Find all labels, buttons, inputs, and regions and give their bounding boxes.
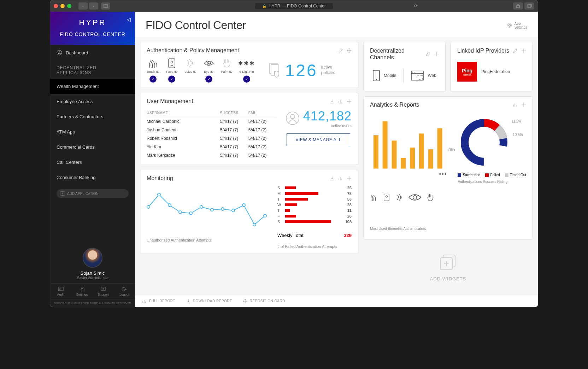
table-row[interactable]: Robert Rodshild5/4/17 (7)5/4/17 (2) xyxy=(147,134,277,143)
full-report-button[interactable]: FULL REPORT xyxy=(142,299,175,304)
sidebar-item-consumer[interactable]: Consumer Banking xyxy=(50,170,135,185)
audit-button[interactable]: Audit xyxy=(50,284,71,299)
move-icon[interactable] xyxy=(521,102,526,107)
view-manage-button[interactable]: VIEW & MANAGE ALL xyxy=(287,133,350,146)
sidebar-heading: DECENTRALIZED APPLICATIONS xyxy=(50,60,135,79)
app-settings-button[interactable]: App Settings xyxy=(507,22,527,29)
svg-point-26 xyxy=(189,212,192,215)
minimize-icon[interactable] xyxy=(60,4,65,8)
svg-point-27 xyxy=(200,206,203,208)
channels-card: Decentralized Channels Mobile xyxy=(363,42,446,91)
download-report-button[interactable]: DOWNLOAD REPORT xyxy=(186,299,232,304)
brand-logo: HYPR xyxy=(50,18,135,27)
users-label: active users xyxy=(303,124,352,128)
edit-icon[interactable] xyxy=(425,52,430,56)
app-window: ‹ › 🔒 HYPR — FIDO Control Center ⟳ + HYP… xyxy=(50,0,538,307)
svg-point-33 xyxy=(264,214,266,217)
more-icon[interactable]: ••• xyxy=(439,171,447,224)
chart-icon[interactable] xyxy=(338,99,343,104)
add-widgets-icon xyxy=(438,253,458,273)
add-widgets-button[interactable]: ADD WIDGETS xyxy=(363,244,533,290)
titlebar: ‹ › 🔒 HYPR — FIDO Control Center ⟳ + xyxy=(50,0,538,12)
add-tab-button[interactable]: + xyxy=(533,3,536,9)
download-icon[interactable] xyxy=(330,99,335,104)
back-button[interactable]: ‹ xyxy=(78,2,88,10)
auth-method-6-digit-pin[interactable]: ✱✱✱6 Digit Pin✓ xyxy=(240,58,254,83)
sidebar-item-wealth[interactable]: Wealth Management xyxy=(50,79,135,94)
svg-rect-41 xyxy=(374,136,378,169)
support-button[interactable]: ?Support xyxy=(93,284,114,299)
svg-rect-47 xyxy=(428,149,433,169)
svg-rect-43 xyxy=(392,141,397,168)
auth-method-voice-id[interactable]: Voice ID xyxy=(184,58,196,83)
maximize-icon[interactable] xyxy=(67,4,71,8)
svg-point-32 xyxy=(253,223,256,226)
move-icon xyxy=(243,299,248,304)
reposition-card-button[interactable]: REPOSITION CARD xyxy=(243,299,285,304)
auth-method-touch-id[interactable]: Touch ID✓ xyxy=(147,58,159,83)
lock-icon: 🔒 xyxy=(262,4,266,8)
auth-method-palm-id[interactable]: Palm ID xyxy=(221,58,233,83)
move-icon[interactable] xyxy=(521,48,526,53)
move-icon[interactable] xyxy=(347,99,352,104)
table-row[interactable]: Yin Kim5/4/17 (7)5/4/17 (2) xyxy=(147,143,277,151)
table-row[interactable]: Joshua Content5/4/17 (7)5/4/17 (2) xyxy=(147,126,277,134)
channel-mobile[interactable]: Mobile xyxy=(372,70,396,82)
donut-chart: 78% 11.5% 10.5% xyxy=(458,116,511,169)
add-application-button[interactable]: + ADD APPLICATION xyxy=(57,189,129,198)
svg-point-22 xyxy=(147,206,150,208)
sidebar-item-atm[interactable]: ATM App xyxy=(50,124,135,139)
svg-rect-45 xyxy=(410,148,415,169)
download-icon[interactable] xyxy=(330,176,335,181)
auth-method-face-id[interactable]: Face ID✓ xyxy=(166,58,178,83)
chart-icon[interactable] xyxy=(513,102,518,107)
user-profile[interactable]: Bojan Simic Master Administrator xyxy=(50,244,135,283)
card-title: Decentralized Channels xyxy=(370,47,425,61)
logout-button[interactable]: Logout xyxy=(114,284,135,299)
svg-point-23 xyxy=(158,193,160,196)
sidebar-toggle-button[interactable] xyxy=(101,2,110,10)
move-icon[interactable] xyxy=(347,48,352,53)
bars-caption: Most Used Biometric Authenticators xyxy=(370,227,447,231)
share-button[interactable] xyxy=(513,2,523,10)
footer-bar: FULL REPORT DOWNLOAD REPORT REPOSITION C… xyxy=(135,295,538,307)
chart-icon[interactable] xyxy=(338,176,343,181)
user-management-card: User Management USERNAME xyxy=(140,93,358,165)
address-bar[interactable]: 🔒 HYPR — FIDO Control Center xyxy=(255,3,333,9)
edit-icon[interactable] xyxy=(513,48,518,53)
forward-button[interactable]: › xyxy=(89,2,98,10)
move-icon[interactable] xyxy=(347,176,352,181)
svg-point-29 xyxy=(221,208,224,210)
reload-icon[interactable]: ⟳ xyxy=(414,4,418,8)
close-icon[interactable] xyxy=(54,4,58,8)
collapse-sidebar-icon[interactable]: ◁ xyxy=(127,17,131,22)
sidebar-item-dashboard[interactable]: Dashboard xyxy=(50,45,135,60)
divider xyxy=(403,69,404,83)
svg-rect-36 xyxy=(411,71,423,80)
brand-header: HYPR FIDO CONTROL CENTER ◁ xyxy=(50,12,135,45)
settings-button[interactable]: Settings xyxy=(71,284,93,299)
eye-icon xyxy=(408,171,422,224)
sidebar-item-partners[interactable]: Partners & Contractors xyxy=(50,109,135,124)
user-name: Bojan Simic xyxy=(50,270,135,276)
sidebar-item-cards[interactable]: Commercial Cards xyxy=(50,139,135,155)
sidebar-item-employee[interactable]: Employee Access xyxy=(50,94,135,109)
weekly-total-value: 329 xyxy=(344,233,352,238)
svg-point-50 xyxy=(386,196,387,198)
compass-icon xyxy=(57,50,62,55)
auth-method-eye-id[interactable]: Eye ID✓ xyxy=(204,58,214,83)
edit-icon[interactable] xyxy=(338,48,343,53)
url-text: HYPR — FIDO Control Center xyxy=(269,4,326,8)
table-row[interactable]: Michael Carbonic5/4/17 (7)5/4/17 (2) xyxy=(147,117,277,126)
plus-icon: + xyxy=(60,191,65,196)
donut-legend: Succeeded Failed Timed Out xyxy=(458,173,526,177)
bars-caption: # of Failed Authentication Attempts xyxy=(277,244,352,249)
sidebar-item-callcenter[interactable]: Call Centers xyxy=(50,155,135,170)
table-row[interactable]: Mark Kerkadze5/4/17 (7)5/4/17 (2) xyxy=(147,151,277,160)
move-icon[interactable] xyxy=(434,52,439,56)
avatar xyxy=(83,248,102,268)
svg-point-24 xyxy=(168,204,171,207)
mobile-icon xyxy=(372,70,380,82)
channel-web[interactable]: Web xyxy=(411,70,436,81)
svg-point-17 xyxy=(208,63,210,64)
